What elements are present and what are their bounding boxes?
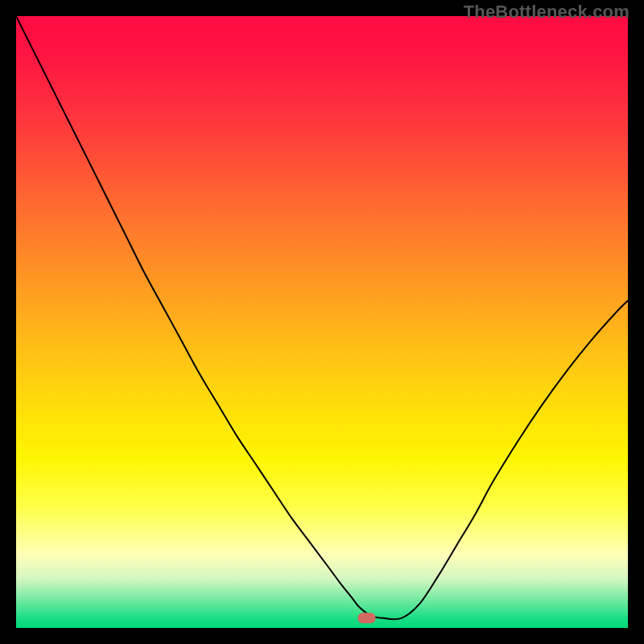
chart-svg [16, 16, 628, 628]
plot-area [16, 16, 628, 628]
chart-frame: TheBottleneck.com [0, 0, 644, 644]
watermark-label: TheBottleneck.com [464, 2, 630, 23]
optimal-marker [357, 613, 375, 623]
chart-background [16, 16, 628, 628]
